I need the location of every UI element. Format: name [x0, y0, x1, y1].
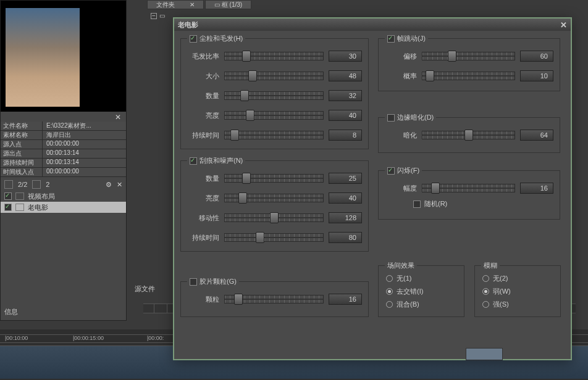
slider-label: 颗粒	[187, 295, 219, 304]
slider-value[interactable]: 16	[329, 294, 362, 305]
effect-item[interactable]: 视频布局	[1, 191, 126, 202]
slider-label: 持续时间	[187, 233, 219, 242]
group-label: 尘粒和毛发(H)	[200, 34, 243, 43]
radio[interactable]	[482, 288, 489, 295]
stop-icon[interactable]	[156, 304, 167, 313]
radio[interactable]	[386, 301, 393, 308]
slider-row: 数量 25	[181, 168, 368, 188]
slider-value[interactable]: 10	[520, 70, 553, 81]
random-label: 随机(R)	[424, 199, 447, 209]
radio-option[interactable]: 弱(W)	[475, 285, 560, 298]
checkbox[interactable]	[4, 192, 12, 200]
property-label: 源持续时间	[1, 159, 43, 167]
property-label: 文件名称	[1, 122, 43, 130]
radio-label: 无(2)	[493, 274, 508, 283]
slider-label: 数量	[187, 91, 219, 101]
tab-panel[interactable]: ▭ 框 (1/3)	[205, 0, 251, 9]
checkbox[interactable]	[190, 35, 197, 43]
close-icon[interactable]: ✕	[190, 1, 195, 8]
video-preview	[1, 1, 126, 112]
checkbox[interactable]	[387, 114, 395, 122]
radio-option[interactable]: 去交错(I)	[379, 285, 464, 298]
page-icon-2[interactable]	[32, 180, 41, 189]
property-row: 时间线入点00:00:00:00	[1, 168, 126, 177]
checkbox[interactable]	[4, 204, 12, 211]
radio[interactable]	[386, 288, 393, 295]
tab-folder[interactable]: 文件夹✕	[147, 0, 204, 9]
property-row: 源持续时间00:00:13:14	[1, 159, 126, 168]
slider[interactable]	[422, 52, 515, 60]
slider-row: 持续时间 80	[181, 228, 368, 247]
radio-option[interactable]: 无(1)	[379, 272, 464, 285]
slider[interactable]	[224, 174, 324, 183]
play-icon[interactable]	[143, 304, 154, 313]
dialog-title: 老电影	[178, 20, 198, 30]
property-value: 00:00:00:00	[43, 140, 126, 149]
slider-value[interactable]: 40	[329, 110, 362, 121]
slider-value[interactable]: 64	[520, 130, 553, 141]
close-icon[interactable]: ✕	[117, 181, 122, 189]
slider-value[interactable]: 16	[520, 183, 553, 194]
checkbox[interactable]	[387, 167, 395, 175]
slider-value[interactable]: 80	[329, 232, 362, 243]
window-icon: ▭	[214, 1, 220, 8]
group-flicker: 闪烁(F)幅度 16随机(R)	[378, 170, 560, 220]
slider-row: 亮度 40	[181, 105, 368, 125]
group-vignette: 边缘暗化(D)暗化 64	[378, 117, 560, 153]
slider-value[interactable]: 32	[329, 90, 362, 101]
slider[interactable]	[422, 131, 515, 139]
slider[interactable]	[224, 131, 324, 139]
checkbox[interactable]	[190, 278, 197, 286]
slider-value[interactable]: 30	[329, 51, 362, 62]
slider-row: 移动性 128	[181, 208, 368, 228]
slider-row: 持续时间 8	[181, 125, 368, 145]
source-file-label: 源文件	[135, 284, 155, 294]
group-grain: 胶片颗粒(G)颗粒 16	[180, 281, 369, 317]
slider-value[interactable]: 8	[329, 130, 362, 141]
slider-value[interactable]: 60	[520, 51, 553, 62]
radio-option[interactable]: 强(S)	[475, 298, 560, 311]
group-label: 边缘暗化(D)	[397, 113, 434, 122]
gear-icon[interactable]: ⚙	[106, 181, 112, 189]
close-icon[interactable]: ✕	[560, 20, 567, 30]
effect-icon	[15, 204, 24, 211]
group-dust: 尘粒和毛发(H)毛发比率 30大小 48数量 32亮度 40持续时间 8	[180, 38, 369, 149]
group-scratch: 刮痕和噪声(N)数量 25亮度 40移动性 128持续时间 80	[180, 160, 369, 252]
timeline-tick: 00:00:15:00	[74, 335, 104, 341]
slider[interactable]	[224, 72, 324, 80]
slider-value[interactable]: 40	[329, 192, 362, 204]
effect-item[interactable]: 老电影	[1, 202, 126, 213]
slider-row: 大小 48	[181, 66, 368, 86]
slider-value[interactable]: 128	[329, 212, 362, 223]
checkbox[interactable]	[413, 200, 421, 208]
checkbox[interactable]	[387, 35, 395, 43]
page-icon[interactable]	[4, 180, 13, 189]
radio-option[interactable]: 混合(B)	[379, 298, 464, 311]
slider[interactable]	[224, 213, 324, 222]
slider-value[interactable]: 48	[329, 70, 362, 81]
radio[interactable]	[482, 275, 489, 282]
slider[interactable]	[224, 233, 324, 242]
radio-option[interactable]: 无(2)	[475, 272, 560, 285]
slider-row: 毛发比率 30	[181, 46, 368, 66]
slider[interactable]	[422, 72, 515, 80]
close-icon[interactable]: ✕	[115, 113, 122, 120]
slider[interactable]	[224, 295, 324, 304]
radio[interactable]	[482, 301, 489, 308]
slider[interactable]	[422, 184, 515, 192]
radio-label: 去交错(I)	[397, 287, 423, 296]
dialog-titlebar[interactable]: 老电影 ✕	[174, 19, 571, 31]
checkbox[interactable]	[190, 157, 197, 165]
slider[interactable]	[224, 111, 324, 120]
tree-node[interactable]: −▭	[151, 12, 165, 19]
radio[interactable]	[386, 275, 393, 282]
slider[interactable]	[224, 52, 324, 60]
slider[interactable]	[224, 194, 324, 202]
slider-row: 概率 10	[379, 66, 560, 86]
node-icon: ▭	[159, 12, 165, 19]
left-panel: ✕ 文件名称E:\0322素材资...素材名称海岸日出源入点00:00:00:0…	[0, 0, 127, 321]
slider-value[interactable]: 25	[329, 173, 362, 184]
preview-image	[6, 8, 80, 107]
radio-label: 强(S)	[493, 300, 509, 309]
slider[interactable]	[224, 91, 324, 100]
